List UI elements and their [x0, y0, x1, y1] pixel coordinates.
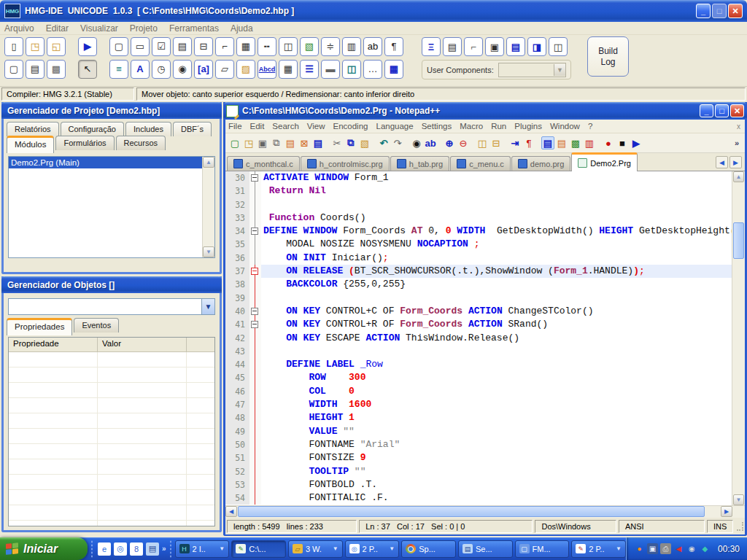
- new-project-icon[interactable]: ▯: [4, 37, 23, 56]
- fold-margin[interactable]: [249, 225, 261, 238]
- status-eol-format[interactable]: Dos\Windows: [535, 520, 616, 533]
- ctl-dbgrid-icon[interactable]: ▦: [384, 60, 403, 79]
- code-line-45[interactable]: 45 ROW 300: [225, 371, 732, 384]
- project-tab-formul-rios[interactable]: Formulários: [55, 136, 114, 150]
- status-encoding[interactable]: ANSI: [619, 520, 705, 533]
- object-tab-propriedades[interactable]: Propriedades: [7, 318, 72, 335]
- code-line-40[interactable]: 40 ON KEY CONTROL+C OF Form_Coords ACTIO…: [225, 305, 732, 318]
- ctl-listbox-icon[interactable]: ▤: [173, 37, 192, 56]
- code-line-30[interactable]: 30ACTIVATE WINDOW Form_1: [225, 171, 732, 184]
- ctl-animatebox-icon[interactable]: ▨: [236, 60, 255, 79]
- tab-scroll-left-icon[interactable]: ◀: [716, 156, 728, 168]
- ctl-browse-icon[interactable]: ◫: [549, 37, 568, 56]
- table-row[interactable]: [9, 475, 214, 490]
- document-tab-demo-prg[interactable]: demo.prg: [511, 156, 570, 171]
- zoom-in-icon[interactable]: ⊕: [443, 136, 456, 149]
- code-line-47[interactable]: 47 WIDTH 1600: [225, 398, 732, 411]
- code-line-36[interactable]: 36 ON INIT Iniciar();: [225, 252, 732, 265]
- table-row[interactable]: [9, 398, 214, 413]
- undo-icon[interactable]: ↶: [377, 136, 390, 149]
- taskbar-divider[interactable]: [90, 540, 94, 558]
- tray-volume-icon[interactable]: ◀: [673, 543, 684, 554]
- build-log-button[interactable]: Build Log: [587, 36, 629, 77]
- scroll-up-icon[interactable]: ▲: [733, 171, 744, 182]
- ctl-spinner-icon[interactable]: ≑: [321, 37, 340, 56]
- task-button-paint[interactable]: ✎2 P..▼: [571, 540, 626, 558]
- copy-icon[interactable]: ⧉: [344, 136, 357, 149]
- fold-margin[interactable]: [249, 398, 261, 411]
- show-symbols-icon[interactable]: ¶: [522, 136, 535, 149]
- launcher-google-icon[interactable]: 8: [130, 542, 143, 556]
- doc-monitor-icon[interactable]: ▥: [583, 136, 596, 149]
- code-line-42[interactable]: 42 ON KEY ESCAPE ACTION ThisWindow.Relea…: [225, 332, 732, 345]
- code-line-41[interactable]: 41 ON KEY CONTROL+R OF Form_Coords ACTIO…: [225, 318, 732, 331]
- npp-menu-run[interactable]: Run: [491, 122, 506, 131]
- tray-mixer-icon[interactable]: ◉: [686, 543, 697, 554]
- task-button-notes[interactable]: ▤Se...: [458, 540, 513, 558]
- project-list-scrollbar[interactable]: ▲ ▼: [202, 157, 214, 257]
- fold-margin[interactable]: [249, 292, 261, 305]
- fold-collapse-icon[interactable]: [251, 268, 258, 275]
- tray-display-icon[interactable]: ▣: [647, 543, 658, 554]
- fold-margin[interactable]: [249, 265, 261, 278]
- task-button-hmg[interactable]: H2 I..▼: [175, 540, 230, 558]
- ctl-radio-icon[interactable]: ◉: [173, 60, 192, 79]
- fold-margin[interactable]: [249, 438, 261, 451]
- fold-margin[interactable]: [249, 184, 261, 198]
- ctl-frame-icon[interactable]: ◫: [279, 37, 298, 56]
- npp-menu-encoding[interactable]: Encoding: [333, 122, 368, 131]
- npp-menu-plugins[interactable]: Plugins: [514, 122, 542, 131]
- ctl-slider-icon[interactable]: ╍: [258, 37, 276, 56]
- open-doc-icon[interactable]: ◳: [242, 136, 255, 149]
- object-tab-eventos[interactable]: Eventos: [74, 318, 119, 332]
- npp-maximize-button[interactable]: □: [715, 104, 729, 117]
- fold-collapse-icon[interactable]: [251, 321, 258, 328]
- tab-scroll-right-icon[interactable]: ▶: [729, 156, 742, 168]
- npp-menu-help[interactable]: ?: [588, 122, 592, 131]
- ctl-timer-icon[interactable]: ◷: [152, 60, 171, 79]
- fold-margin[interactable]: [249, 345, 261, 358]
- function-list-icon[interactable]: ▤: [555, 136, 568, 149]
- fold-margin[interactable]: [249, 318, 261, 331]
- npp-menu-edit[interactable]: Edit: [250, 122, 265, 131]
- npp-menu-window[interactable]: Window: [550, 122, 580, 131]
- npp-close-button[interactable]: ✕: [730, 104, 744, 117]
- ctl-toolbar-icon[interactable]: ▬: [321, 60, 340, 79]
- document-tab-h-tab-prg[interactable]: h_tab.prg: [390, 156, 449, 171]
- code-line-51[interactable]: 51 FONTSIZE 9: [225, 451, 732, 464]
- build-run-icon[interactable]: ▶: [78, 37, 97, 56]
- ctl-image-icon[interactable]: ▧: [300, 37, 319, 56]
- macro-record-icon[interactable]: ●: [602, 136, 615, 149]
- document-tab-h-controlmisc-prg[interactable]: h_controlmisc.prg: [301, 156, 390, 171]
- tray-network-icon[interactable]: ◆: [700, 543, 711, 554]
- indent-guide-icon[interactable]: ⇥: [508, 136, 522, 149]
- code-line-50[interactable]: 50 FONTNAME "Arial": [225, 438, 732, 451]
- ctl-button-icon[interactable]: ▭: [131, 37, 150, 56]
- doc-map-icon[interactable]: ▤: [541, 136, 554, 149]
- paste-icon[interactable]: ▧: [358, 136, 371, 149]
- ctl-window-icon[interactable]: ▢: [109, 37, 128, 56]
- object-panel-titlebar[interactable]: Gerenciador de Objetos []: [1, 276, 222, 293]
- project-tab-dbf-s[interactable]: DBF´s: [173, 122, 212, 136]
- scroll-up-icon[interactable]: ▲: [203, 157, 214, 168]
- table-row[interactable]: [9, 521, 214, 526]
- fold-margin[interactable]: [249, 358, 261, 371]
- code-line-48[interactable]: 48 HEIGHT 1: [225, 411, 732, 424]
- redo-icon[interactable]: ↷: [391, 136, 404, 149]
- ide-minimize-button[interactable]: _: [696, 4, 711, 18]
- ide-close-button[interactable]: ✕: [728, 4, 743, 18]
- fold-margin[interactable]: [249, 278, 261, 291]
- ctl-tree-icon[interactable]: Ξ: [422, 37, 441, 56]
- object-selector-combobox[interactable]: ▼: [8, 298, 215, 315]
- find-icon[interactable]: ◉: [410, 136, 423, 149]
- fold-margin[interactable]: [249, 211, 261, 225]
- chevron-down-icon[interactable]: ▼: [201, 299, 214, 314]
- scroll-left-icon[interactable]: ◀: [225, 506, 237, 517]
- ctl-bevel-icon[interactable]: ⌐: [215, 37, 234, 56]
- properties-grid[interactable]: Propriedade Valor: [8, 337, 215, 526]
- resize-grip[interactable]: [737, 522, 743, 531]
- project-tab-m-dulos[interactable]: Módulos: [7, 136, 54, 153]
- code-line-39[interactable]: 39: [225, 292, 732, 305]
- tray-print-icon[interactable]: ⎙: [660, 543, 671, 554]
- list-item[interactable]: Demo2.Prg (Main): [9, 157, 203, 168]
